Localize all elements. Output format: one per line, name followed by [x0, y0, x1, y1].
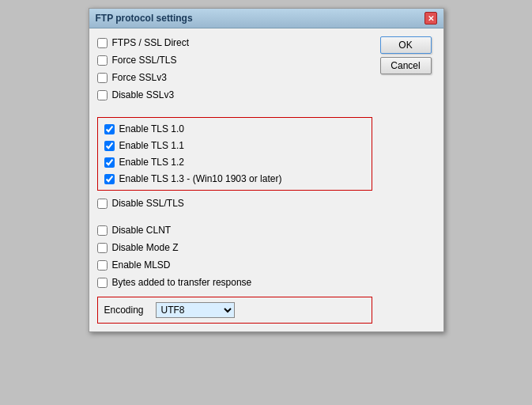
disable-sslv3-label: Disable SSLv3 — [112, 89, 175, 100]
enable-tls13-checkbox[interactable] — [104, 174, 115, 184]
enable-tls10-row: Enable TLS 1.0 — [104, 123, 365, 135]
force-sslv3-row: Force SSLv3 — [97, 71, 372, 84]
disable-sslv3-checkbox[interactable] — [97, 90, 108, 100]
enable-tls11-label: Enable TLS 1.1 — [119, 140, 185, 151]
ftp-protocol-settings-dialog: FTP protocol settings ✕ FTPS / SSL Direc… — [89, 8, 444, 332]
tls-group: Enable TLS 1.0 Enable TLS 1.1 Enable TLS… — [97, 117, 372, 191]
encoding-label: Encoding — [104, 305, 148, 316]
gap2 — [97, 214, 372, 219]
bytes-added-label: Bytes added to transfer response — [112, 277, 252, 288]
force-ssl-tls-checkbox[interactable] — [97, 55, 108, 66]
close-button[interactable]: ✕ — [424, 12, 437, 25]
left-panel: FTPS / SSL Direct Force SSL/TLS Force SS… — [97, 36, 372, 324]
force-ssl-tls-label: Force SSL/TLS — [112, 55, 177, 66]
enable-tls10-label: Enable TLS 1.0 — [119, 123, 185, 134]
enable-tls13-row: Enable TLS 1.3 - (Win10 1903 or later) — [104, 172, 365, 185]
bytes-added-row: Bytes added to transfer response — [97, 276, 372, 289]
enable-mlsd-row: Enable MLSD — [97, 259, 372, 271]
enable-tls12-checkbox[interactable] — [104, 157, 115, 168]
enable-tls12-label: Enable TLS 1.2 — [119, 157, 185, 168]
enable-tls11-row: Enable TLS 1.1 — [104, 139, 365, 152]
encoding-select[interactable]: UTF8 ASCII ISO-8859-1 UTF-16 — [156, 302, 235, 318]
dialog-title: FTP protocol settings — [96, 13, 193, 24]
disable-mode-z-checkbox[interactable] — [97, 243, 108, 253]
disable-sslv3-row: Disable SSLv3 — [97, 89, 372, 101]
force-sslv3-checkbox[interactable] — [97, 73, 108, 83]
ftps-ssl-direct-checkbox[interactable] — [97, 38, 108, 48]
bytes-added-checkbox[interactable] — [97, 278, 108, 288]
dialog-content: FTPS / SSL Direct Force SSL/TLS Force SS… — [89, 28, 443, 331]
title-bar: FTP protocol settings ✕ — [89, 9, 443, 28]
enable-tls13-label: Enable TLS 1.3 - (Win10 1903 or later) — [119, 173, 282, 184]
disable-ssl-tls-label: Disable SSL/TLS — [112, 198, 184, 209]
force-ssl-tls-row: Force SSL/TLS — [97, 54, 372, 66]
enable-tls10-checkbox[interactable] — [104, 124, 115, 134]
enable-mlsd-label: Enable MLSD — [112, 259, 171, 271]
ftps-ssl-direct-label: FTPS / SSL Direct — [112, 37, 190, 48]
disable-ssl-tls-checkbox[interactable] — [97, 199, 108, 209]
force-sslv3-label: Force SSLv3 — [112, 72, 167, 83]
disable-mode-z-label: Disable Mode Z — [112, 242, 179, 253]
enable-tls12-row: Enable TLS 1.2 — [104, 156, 365, 168]
gap1 — [97, 106, 372, 111]
encoding-group: Encoding UTF8 ASCII ISO-8859-1 UTF-16 — [97, 297, 372, 324]
disable-ssl-tls-row: Disable SSL/TLS — [97, 197, 372, 210]
cancel-button[interactable]: Cancel — [380, 57, 432, 74]
disable-mode-z-row: Disable Mode Z — [97, 241, 372, 254]
ok-button[interactable]: OK — [380, 36, 432, 54]
ftps-ssl-direct-row: FTPS / SSL Direct — [97, 36, 372, 49]
right-panel: OK Cancel — [380, 36, 436, 324]
enable-tls11-checkbox[interactable] — [104, 141, 115, 151]
enable-mlsd-checkbox[interactable] — [97, 260, 108, 271]
disable-clnt-checkbox[interactable] — [97, 225, 108, 236]
disable-clnt-row: Disable CLNT — [97, 224, 372, 237]
disable-clnt-label: Disable CLNT — [112, 225, 172, 236]
